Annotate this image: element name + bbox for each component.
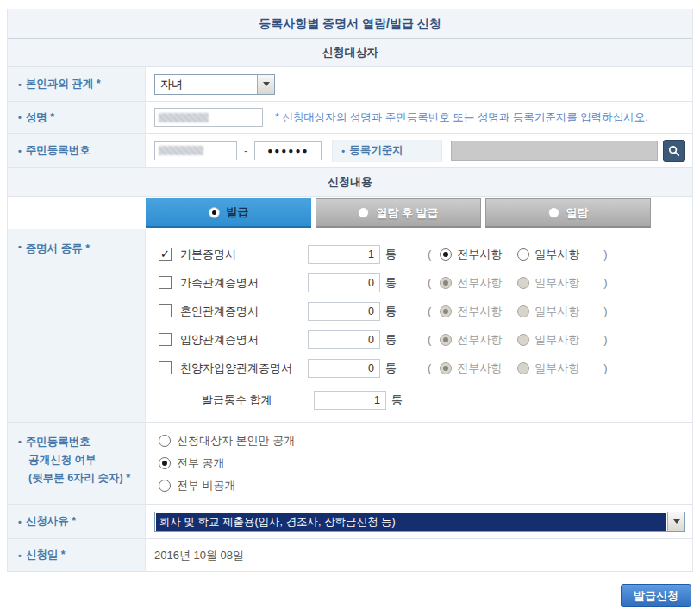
certificate-types-label-text: 증명서 종류 * bbox=[26, 242, 90, 256]
radio-unselected-icon[interactable] bbox=[159, 435, 171, 447]
registration-base-label: • 등록기준지 bbox=[332, 140, 442, 162]
date-row: • 신청일 * 2016년 10월 08일 bbox=[8, 539, 692, 572]
paren-open: ( bbox=[428, 361, 431, 374]
privacy-option-label: 전부 비공개 bbox=[177, 478, 236, 493]
rrn-row: • 주민등록번호 - ●●●●●● • 등록기준지 bbox=[8, 134, 692, 168]
privacy-option-label: 신청대상자 본인만 공개 bbox=[177, 433, 295, 449]
checkbox-adoption-cert[interactable] bbox=[159, 333, 172, 346]
scope-all-label: 전부사항 bbox=[457, 275, 502, 291]
cert-name: 혼인관계증명서 bbox=[180, 304, 308, 319]
radio-scope-all-selected[interactable] bbox=[440, 248, 452, 261]
total-count-input[interactable] bbox=[314, 391, 386, 410]
count-input-full-adoption[interactable] bbox=[308, 359, 380, 378]
search-icon bbox=[668, 145, 680, 157]
name-label-text: 성명 * bbox=[26, 110, 54, 125]
chevron-down-icon[interactable] bbox=[667, 512, 684, 531]
radio-selected-icon[interactable] bbox=[159, 457, 171, 469]
name-row: • 성명 * * 신청대상자의 성명과 주민등록번호 또는 성명과 등록기준지를… bbox=[8, 102, 692, 134]
date-label-text: 신청일 * bbox=[26, 548, 66, 562]
paren-close: ) bbox=[603, 333, 607, 346]
checkbox-family-cert[interactable] bbox=[159, 276, 172, 289]
certificate-application-page: 등록사항별 증명서 열람/발급 신청 신청대상자 • 본인과의 관계 * 자녀 … bbox=[0, 9, 700, 607]
scope-part-label: 일부사항 bbox=[534, 304, 579, 319]
bullet-icon: • bbox=[341, 146, 345, 156]
relation-label: • 본인과의 관계 * bbox=[8, 67, 146, 101]
tab-view-label: 열람 bbox=[566, 205, 589, 221]
privacy-option-self-only[interactable]: 신청대상자 본인만 공개 bbox=[154, 432, 692, 449]
certificate-types-label: • 증명서 종류 * bbox=[8, 229, 146, 422]
registration-base-label-text: 등록기준지 bbox=[349, 143, 403, 158]
count-input-basic[interactable] bbox=[308, 245, 380, 264]
count-input-marriage[interactable] bbox=[308, 302, 380, 321]
checkbox-basic-cert[interactable] bbox=[159, 248, 172, 261]
bullet-icon: • bbox=[18, 146, 22, 156]
radio-scope-part-disabled bbox=[517, 334, 529, 346]
privacy-option-full-disclosure[interactable]: 전부 공개 bbox=[154, 455, 692, 472]
name-hint-text: * 신청대상자의 성명과 주민등록번호 또는 성명과 등록기준지를 입력하십시오… bbox=[275, 110, 648, 125]
chevron-down-icon[interactable] bbox=[257, 75, 274, 94]
paren-close: ) bbox=[603, 276, 607, 289]
privacy-row: • 주민등록번호 공개신청 여부 (뒷부분 6자리 숫자) * 신청대상자 본인… bbox=[8, 423, 692, 505]
radio-scope-part-disabled bbox=[517, 362, 529, 374]
rrn-label: • 주민등록번호 bbox=[8, 134, 146, 167]
radio-scope-all-disabled bbox=[440, 362, 452, 374]
rrn-back-input[interactable]: ●●●●●● bbox=[254, 141, 322, 160]
checkbox-marriage-cert[interactable] bbox=[159, 304, 172, 317]
privacy-option-no-disclosure[interactable]: 전부 비공개 bbox=[154, 477, 692, 494]
tab-view[interactable]: 열람 bbox=[485, 198, 651, 228]
total-count-label: 발급통수 합계 bbox=[202, 392, 314, 408]
radio-unselected-icon[interactable] bbox=[159, 480, 171, 492]
cert-row-adoption: 입양관계증명서 통 ( 전부사항 일부사항 ) bbox=[154, 325, 692, 354]
application-form-table: 등록사항별 증명서 열람/발급 신청 신청대상자 • 본인과의 관계 * 자녀 … bbox=[7, 9, 693, 572]
scope-part-label: 일부사항 bbox=[534, 275, 579, 291]
cert-row-basic: 기본증명서 통 ( 전부사항 일부사항 ) bbox=[154, 240, 692, 268]
paren-close: ) bbox=[603, 361, 607, 374]
cert-name: 친양자입양관계증명서 bbox=[180, 361, 308, 376]
rrn-label-text: 주민등록번호 bbox=[26, 143, 91, 158]
tab-view-then-issue[interactable]: 열람 후 발급 bbox=[316, 198, 481, 228]
count-unit: 통 bbox=[385, 247, 397, 262]
scope-all-label: 전부사항 bbox=[457, 332, 502, 348]
reason-label-text: 신청사유 * bbox=[26, 514, 76, 529]
relation-row: • 본인과의 관계 * 자녀 bbox=[8, 67, 692, 102]
count-input-adoption[interactable] bbox=[308, 330, 380, 349]
radio-unselected-icon bbox=[548, 207, 559, 218]
title-row: 등록사항별 증명서 열람/발급 신청 bbox=[8, 9, 692, 39]
bullet-icon: • bbox=[18, 242, 22, 252]
checkbox-full-adoption-cert[interactable] bbox=[159, 361, 172, 374]
reason-select[interactable]: 회사 및 학교 제출용(입사, 경조사, 장학금신청 등) bbox=[154, 512, 685, 532]
radio-scope-all-disabled bbox=[440, 334, 452, 346]
tab-issue-label: 발급 bbox=[227, 204, 249, 220]
count-unit: 통 bbox=[385, 304, 397, 319]
bullet-icon: • bbox=[18, 112, 22, 122]
radio-scope-part[interactable] bbox=[517, 248, 529, 261]
scope-all-label: 전부사항 bbox=[457, 304, 502, 319]
radio-scope-part-disabled bbox=[517, 305, 529, 317]
issue-mode-tab-row: 발급 열람 후 발급 열람 bbox=[8, 197, 692, 229]
section-title-target: 신청대상자 bbox=[322, 45, 378, 60]
privacy-label: • 주민등록번호 공개신청 여부 (뒷부분 6자리 숫자) * bbox=[8, 423, 146, 504]
reason-selected-value: 회사 및 학교 제출용(입사, 경조사, 장학금신청 등) bbox=[156, 513, 666, 531]
paren-open: ( bbox=[428, 248, 431, 261]
privacy-option-label: 전부 공개 bbox=[177, 455, 225, 471]
search-button[interactable] bbox=[663, 140, 685, 162]
paren-open: ( bbox=[428, 276, 431, 289]
section-header-target: 신청대상자 bbox=[8, 39, 692, 67]
privacy-label-line2: 공개신청 여부 bbox=[28, 451, 96, 469]
rrn-front-input[interactable] bbox=[154, 141, 237, 160]
radio-scope-part-disabled bbox=[517, 277, 529, 289]
paren-close: ) bbox=[603, 248, 607, 261]
cert-name: 기본증명서 bbox=[180, 247, 308, 262]
relation-selected-value: 자녀 bbox=[160, 77, 183, 92]
name-input[interactable] bbox=[154, 108, 263, 127]
relation-select[interactable]: 자녀 bbox=[154, 74, 275, 95]
paren-close: ) bbox=[603, 304, 607, 317]
tab-issue[interactable]: 발급 bbox=[146, 198, 311, 228]
reason-label: • 신청사유 * bbox=[8, 505, 146, 538]
cert-row-marriage: 혼인관계증명서 통 ( 전부사항 일부사항 ) bbox=[154, 297, 692, 325]
bullet-icon: • bbox=[18, 550, 22, 561]
count-input-family[interactable] bbox=[308, 273, 380, 292]
privacy-label-line3: (뒷부분 6자리 숫자) * bbox=[28, 469, 130, 487]
scope-all-label: 전부사항 bbox=[457, 247, 502, 262]
submit-button[interactable]: 발급신청 bbox=[621, 584, 691, 607]
